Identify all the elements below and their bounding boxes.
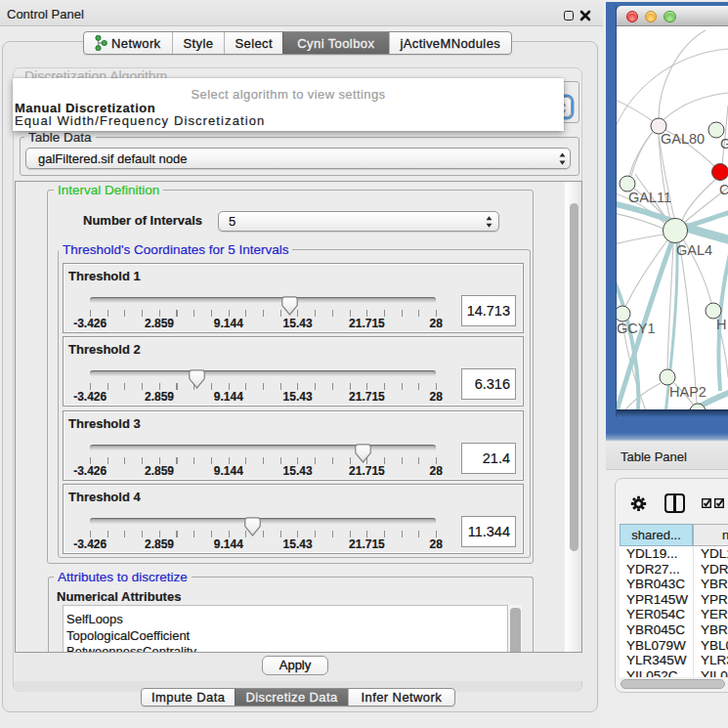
svg-text:GAL11: GAL11 — [628, 190, 671, 205]
svg-text:GAL80: GAL80 — [661, 131, 705, 147]
svg-text:H: H — [716, 317, 726, 332]
svg-text:C: C — [719, 182, 728, 197]
svg-text:GAL4: GAL4 — [676, 242, 712, 258]
svg-text:G: G — [720, 136, 728, 151]
svg-text:HAP2: HAP2 — [669, 384, 707, 400]
svg-text:GCY1: GCY1 — [617, 321, 656, 336]
